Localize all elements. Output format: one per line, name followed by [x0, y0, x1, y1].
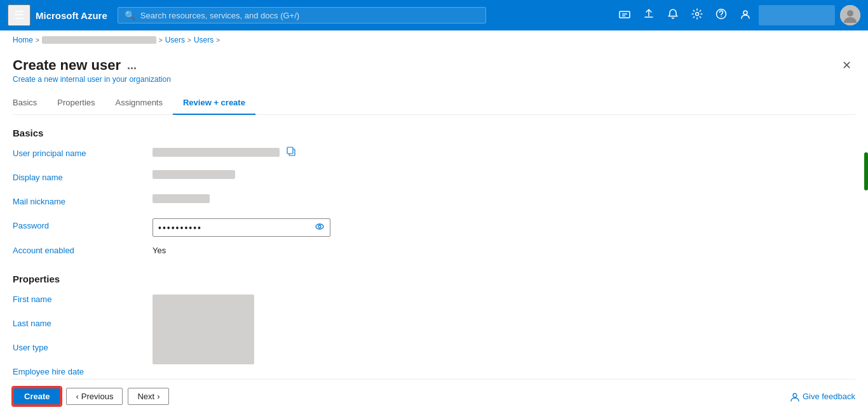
field-label-password: Password [13, 218, 153, 230]
breadcrumb-sep4: > [216, 37, 220, 44]
next-label: Next [137, 392, 154, 401]
previous-button[interactable]: ‹ Previous [66, 388, 123, 405]
tab-assignments[interactable]: Assignments [105, 91, 173, 115]
nav-icons [614, 4, 860, 26]
page-wrapper: Home > > Users > Users > Create new user… [0, 30, 868, 417]
svg-point-1 [696, 13, 699, 16]
feedback-portal-icon[interactable] [735, 4, 756, 26]
field-user-type: User type [13, 340, 153, 358]
breadcrumb-sep2: > [159, 37, 163, 44]
display-name-value [153, 170, 235, 179]
upn-value-wrapper [153, 146, 296, 158]
mail-nickname-value [153, 194, 210, 203]
top-navigation: ☰ Microsoft Azure 🔍 [0, 0, 868, 30]
field-label-account-enabled: Account enabled [13, 243, 153, 255]
panel-more-options[interactable]: ... [127, 59, 137, 72]
field-password: Password •••••••••• [13, 218, 853, 237]
show-password-icon[interactable] [315, 222, 325, 234]
field-display-name: Display name [13, 170, 853, 188]
breadcrumb-home[interactable]: Home [13, 36, 33, 44]
field-first-name: First name [13, 292, 153, 310]
app-logo: Microsoft Azure [36, 10, 107, 21]
portal-button[interactable] [759, 5, 835, 25]
panel-title: Create new user ... [13, 57, 171, 74]
field-account-enabled: Account enabled Yes [13, 243, 853, 261]
svg-point-10 [318, 225, 321, 228]
give-feedback-label: Give feedback [803, 392, 855, 401]
give-feedback-link[interactable]: Give feedback [790, 392, 855, 402]
notifications-icon[interactable] [662, 4, 684, 26]
breadcrumb: Home > > Users > Users > [0, 30, 868, 50]
tab-properties[interactable]: Properties [47, 91, 105, 115]
breadcrumb-users2[interactable]: Users [194, 36, 214, 44]
hamburger-menu[interactable]: ☰ [8, 4, 31, 26]
svg-point-6 [847, 10, 853, 17]
field-mail-nickname: Mail nickname [13, 194, 853, 212]
field-label-employee-hire-date: Employee hire date [13, 364, 153, 376]
cloud-shell-icon[interactable] [614, 4, 635, 26]
previous-label: Previous [81, 392, 114, 401]
panel-header: Create new user ... Create a new interna… [13, 50, 855, 86]
upload-icon[interactable] [638, 4, 660, 26]
properties-labels: First name Last name User type Employee … [13, 292, 153, 379]
breadcrumb-sep3: > [187, 37, 191, 44]
search-input[interactable] [140, 11, 479, 20]
tab-basics[interactable]: Basics [13, 91, 47, 115]
password-value: •••••••••• [158, 223, 315, 233]
avatar[interactable] [840, 5, 860, 25]
field-label-mail-nickname: Mail nickname [13, 194, 153, 206]
close-button[interactable]: ✕ [838, 57, 855, 74]
panel-title-area: Create new user ... Create a new interna… [13, 57, 171, 84]
create-button[interactable]: Create [13, 387, 61, 406]
field-upn: User principal name [13, 146, 853, 164]
next-arrow-icon: › [157, 392, 159, 401]
tab-bar: Basics Properties Assignments Review + c… [13, 91, 855, 115]
svg-point-11 [793, 394, 797, 397]
svg-point-9 [316, 224, 323, 229]
password-input-wrapper[interactable]: •••••••••• [153, 218, 330, 237]
search-icon: 🔍 [125, 10, 135, 20]
breadcrumb-users1[interactable]: Users [165, 36, 185, 44]
properties-section-title: Properties [13, 274, 853, 284]
svg-rect-0 [620, 11, 630, 18]
properties-content: First name Last name User type Employee … [13, 292, 853, 379]
field-label-user-type: User type [13, 340, 153, 352]
next-button[interactable]: Next › [128, 388, 169, 405]
field-label-display-name: Display name [13, 170, 153, 182]
search-bar[interactable]: 🔍 [118, 7, 486, 23]
help-icon[interactable] [710, 4, 732, 26]
field-employee-hire-date: Employee hire date [13, 364, 153, 379]
copy-icon[interactable] [286, 146, 296, 158]
properties-blurred-block [153, 295, 254, 364]
panel-subtitle: Create a new internal user in your organ… [13, 75, 171, 84]
svg-point-4 [743, 11, 747, 15]
settings-icon[interactable] [686, 4, 708, 26]
breadcrumb-tenant [42, 36, 156, 44]
basics-section-title: Basics [13, 128, 853, 138]
breadcrumb-sep1: > [36, 37, 39, 44]
bottom-bar: Create ‹ Previous Next › Give feedback [13, 379, 855, 413]
tab-review-create[interactable]: Review + create [173, 91, 255, 115]
field-last-name: Last name [13, 316, 153, 334]
prev-arrow-icon: ‹ [76, 392, 78, 401]
field-label-first-name: First name [13, 292, 153, 304]
upn-value [153, 148, 280, 157]
field-label-upn: User principal name [13, 146, 153, 158]
panel-title-text: Create new user [13, 57, 121, 74]
svg-point-3 [721, 16, 722, 17]
create-user-panel: Create new user ... Create a new interna… [0, 50, 868, 413]
field-label-last-name: Last name [13, 316, 153, 328]
account-enabled-value: Yes [153, 243, 853, 255]
svg-rect-8 [287, 147, 293, 154]
content-area[interactable]: Basics User principal name Display name … [13, 115, 855, 379]
